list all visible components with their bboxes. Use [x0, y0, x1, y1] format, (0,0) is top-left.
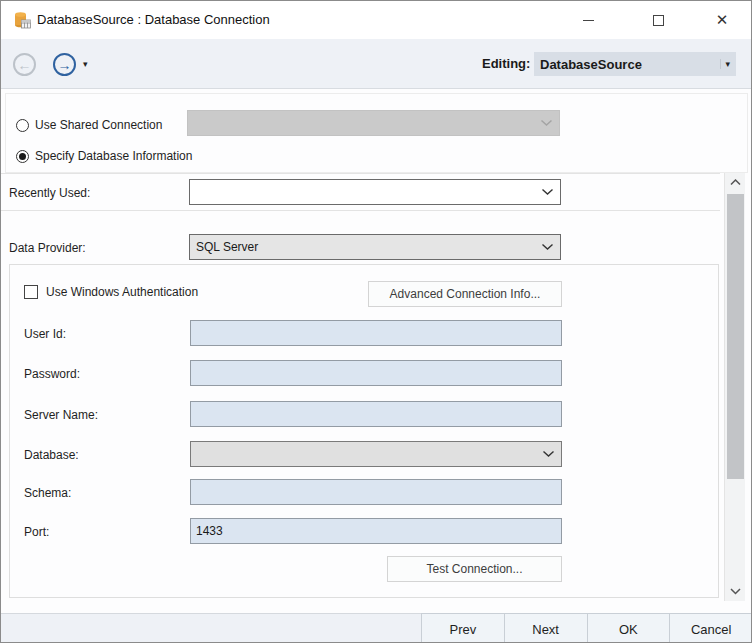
vertical-scrollbar[interactable]	[724, 173, 745, 601]
minimize-icon	[583, 20, 594, 21]
database-info-panel: Use Windows Authentication Advanced Conn…	[9, 264, 719, 598]
server-name-label: Server Name:	[24, 408, 98, 422]
forward-dropdown-caret[interactable]: ▾	[83, 59, 88, 69]
data-provider-label: Data Provider:	[9, 241, 86, 255]
connection-mode-panel: Use Shared Connection Specify Database I…	[5, 93, 748, 173]
user-id-field[interactable]	[190, 320, 562, 346]
ok-button[interactable]: OK	[587, 613, 670, 643]
toolbar: ← → ▾ Editing: DatabaseSource ▾	[1, 39, 751, 89]
close-icon: ✕	[716, 11, 729, 29]
prev-button[interactable]: Prev	[421, 613, 504, 643]
windows-auth-label: Use Windows Authentication	[46, 285, 198, 299]
chevron-down-icon	[730, 588, 741, 595]
window-title: DatabaseSource : Database Connection	[37, 12, 270, 27]
port-label: Port:	[24, 525, 49, 539]
port-field[interactable]	[190, 518, 562, 544]
chevron-down-icon	[541, 243, 554, 251]
advanced-connection-info-button[interactable]: Advanced Connection Info...	[368, 281, 562, 307]
footer-buttons: Prev Next OK Cancel	[421, 613, 752, 643]
title-bar: DatabaseSource : Database Connection ✕	[1, 1, 751, 39]
schema-field[interactable]	[190, 479, 562, 505]
cancel-button[interactable]: Cancel	[669, 613, 752, 643]
shared-connection-combobox	[187, 110, 560, 136]
chevron-up-icon	[730, 179, 741, 186]
scroll-up-button[interactable]	[725, 173, 745, 192]
maximize-icon	[653, 15, 664, 26]
database-icon	[13, 11, 31, 29]
recently-used-combobox[interactable]	[189, 179, 561, 205]
recently-used-label: Recently Used:	[9, 186, 90, 200]
chevron-down-icon	[540, 119, 553, 127]
scroll-down-button[interactable]	[725, 582, 745, 601]
radio-specify-database-information[interactable]: Specify Database Information	[16, 149, 192, 163]
test-connection-button[interactable]: Test Connection...	[387, 556, 562, 582]
chevron-down-icon	[541, 188, 554, 196]
password-label: Password:	[24, 367, 80, 381]
chevron-down-icon	[542, 450, 555, 458]
password-field[interactable]	[190, 360, 562, 386]
maximize-button[interactable]	[635, 1, 681, 39]
next-button[interactable]: Next	[504, 613, 587, 643]
data-provider-combobox[interactable]: SQL Server	[189, 234, 561, 260]
radio-icon-selected[interactable]	[16, 150, 29, 163]
scrollbar-thumb[interactable]	[727, 194, 744, 479]
close-button[interactable]: ✕	[697, 1, 747, 39]
recently-used-row: Recently Used:	[1, 173, 720, 211]
back-icon: ←	[18, 57, 32, 73]
radio-label: Use Shared Connection	[35, 118, 162, 132]
windows-auth-row: Use Windows Authentication	[24, 285, 198, 299]
back-button[interactable]: ←	[13, 53, 36, 76]
editing-value: DatabaseSource	[540, 57, 720, 72]
windows-auth-checkbox[interactable]	[24, 285, 38, 299]
radio-label: Specify Database Information	[35, 149, 192, 163]
editing-combobox[interactable]: DatabaseSource ▾	[534, 52, 736, 76]
footer-bar: Prev Next OK Cancel	[1, 613, 751, 643]
minimize-button[interactable]	[565, 1, 611, 39]
schema-label: Schema:	[24, 486, 71, 500]
database-combobox[interactable]	[190, 441, 562, 467]
editing-label: Editing:	[482, 56, 530, 71]
forward-button[interactable]: →	[53, 53, 76, 76]
user-id-label: User Id:	[24, 327, 66, 341]
content-area: Use Shared Connection Specify Database I…	[1, 90, 751, 613]
forward-icon: →	[58, 57, 72, 73]
radio-icon[interactable]	[16, 119, 29, 132]
radio-use-shared-connection[interactable]: Use Shared Connection	[16, 118, 162, 132]
database-label: Database:	[24, 448, 79, 462]
chevron-down-icon: ▾	[720, 59, 730, 69]
data-provider-value: SQL Server	[196, 240, 258, 254]
server-name-field[interactable]	[190, 401, 562, 427]
dialog-window: DatabaseSource : Database Connection ✕ ←…	[0, 0, 752, 643]
